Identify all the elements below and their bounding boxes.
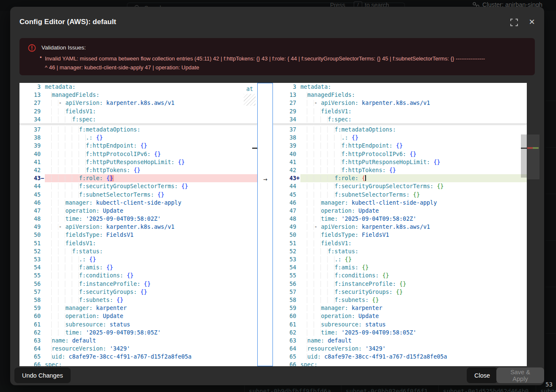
code-line: 44 f:securityGroupSelectorTerms: {}: [19, 182, 257, 190]
code-content: .: {}: [300, 255, 527, 263]
code-content: f:spec:: [300, 115, 527, 123]
code-content: subresource: status: [300, 321, 527, 329]
code-content: f:httpTokens: {}: [300, 166, 527, 174]
line-number: 63: [273, 337, 300, 345]
line-number: 62: [273, 329, 300, 337]
code-line: 61 subresource: status: [273, 321, 527, 329]
code-content: time: '2025-09-04T09:58:05Z': [45, 329, 257, 337]
code-content: f:amis: {}: [45, 263, 257, 271]
line-number: 29: [273, 107, 300, 115]
code-content: fieldsV1:: [300, 107, 527, 115]
code-line: 48 time: '2025-09-04T09:58:02Z': [19, 215, 257, 223]
line-number: 29: [19, 107, 45, 115]
expand-button[interactable]: [510, 19, 519, 27]
line-number: 50: [19, 231, 45, 239]
code-line: 65 uid: c8afe97e-38cc-4f91-a767-d15f2a8f…: [19, 353, 257, 361]
code-line: 29 fieldsV1:: [19, 107, 257, 115]
undo-changes-button[interactable]: Undo Changes: [14, 367, 71, 383]
code-content: f:httpProtocolIPv6: {}: [300, 150, 527, 158]
code-line: 58 f:subnets: {}: [273, 296, 527, 304]
close-icon[interactable]: ✕: [527, 17, 537, 27]
code-content: operation: Update: [45, 312, 257, 320]
line-number: 37: [273, 126, 300, 134]
code-line: 37 f:metadataOptions:: [273, 126, 527, 134]
code-content: f:httpPutResponseHopLimit: {}: [45, 158, 257, 166]
sticky-scroll-header: 3metadata:13 managedFields:27 - apiVersi…: [19, 83, 257, 124]
code-line: 57 f:securityGroups: {}: [273, 288, 527, 296]
code-content: manager: kubectl-client-side-apply: [45, 199, 257, 207]
line-number: 48: [273, 215, 300, 223]
code-line: 63 name: default: [19, 337, 257, 345]
code-line: 62 time: '2025-09-04T09:58:05Z': [273, 329, 527, 337]
line-number: 42: [273, 166, 300, 174]
line-number: 43+: [273, 174, 300, 182]
close-button[interactable]: Close: [467, 367, 498, 383]
line-number: 41: [19, 158, 45, 166]
code-line: 66spec:: [273, 361, 527, 366]
line-number: 56: [19, 280, 45, 288]
line-number: 66: [273, 361, 300, 366]
diff-overview-ruler[interactable]: [527, 83, 540, 366]
code-content: f:securityGroupSelectorTerms: {}: [300, 182, 527, 190]
line-number: 40: [273, 150, 300, 158]
code-content: f:status:: [45, 247, 257, 255]
overview-ruler-mark: [252, 148, 257, 149]
code-content: metadata:: [300, 83, 527, 91]
code-line: 60 operation: Update: [19, 312, 257, 320]
code-line: 34 f:spec:: [273, 115, 527, 123]
code-line: 43+ f:role: {: [273, 174, 527, 182]
line-number: 27: [19, 99, 45, 107]
diff-sash[interactable]: →: [257, 83, 273, 366]
line-number: 56: [273, 280, 300, 288]
code-line: 27 - apiVersion: karpenter.k8s.aws/v1: [19, 99, 257, 107]
code-line: 47 operation: Update: [19, 207, 257, 215]
code-line: 46 manager: kubectl-client-side-apply: [273, 199, 527, 207]
line-number: 3: [19, 83, 45, 91]
code-content: managedFields:: [300, 91, 527, 99]
save-apply-button: Save & Apply: [496, 367, 544, 383]
code-content: - apiVersion: karpenter.k8s.aws/v1: [45, 99, 257, 107]
line-number: 47: [19, 207, 45, 215]
line-number: 42: [19, 166, 45, 174]
code-line: 27 - apiVersion: karpenter.k8s.aws/v1: [273, 99, 527, 107]
code-line: 45 f:subnetSelectorTerms: {}: [273, 191, 527, 199]
overview-scroll-slider[interactable]: [527, 134, 539, 179]
line-number: 66: [19, 361, 45, 366]
line-number: 44: [273, 182, 300, 190]
code-content: f:metadataOptions:: [45, 126, 257, 134]
revert-change-arrow-icon[interactable]: →: [260, 175, 270, 183]
code-content: fieldsType: FieldsV1: [300, 231, 527, 239]
line-number: 64: [273, 345, 300, 353]
diff-modified-pane[interactable]: 3metadata:13 managedFields:27 - apiVersi…: [273, 83, 527, 366]
code-line: 56 f:instanceProfile: {}: [19, 280, 257, 288]
code-line: 54 f:amis: {}: [273, 263, 527, 271]
original-code-area[interactable]: 37 f:metadataOptions:38 .: {}39 f:httpEn…: [19, 124, 257, 366]
line-number: 37: [19, 126, 45, 134]
line-number: 58: [273, 296, 300, 304]
vertical-scrollbar-slider[interactable]: [521, 134, 527, 178]
code-content: f:subnetSelectorTerms: {}: [300, 191, 527, 199]
code-line: 13 managedFields:: [19, 91, 257, 99]
code-content: time: '2025-09-04T09:58:05Z': [300, 329, 527, 337]
code-content: name: default: [300, 337, 527, 345]
hidden-region-hatch: [244, 94, 256, 106]
code-line: 57 f:securityGroups: {}: [19, 288, 257, 296]
code-line: 60 operation: Update: [273, 312, 527, 320]
code-line: 42 f:httpTokens: {}: [19, 166, 257, 174]
code-content: fieldsV1:: [45, 239, 257, 247]
code-content: - apiVersion: karpenter.k8s.aws/v1: [45, 223, 257, 231]
fullscreen-icon: [510, 19, 518, 26]
code-line: 47 operation: Update: [273, 207, 527, 215]
line-number: 59: [273, 304, 300, 312]
code-line: 65 uid: c8afe97e-38cc-4f91-a767-d15f2a8f…: [273, 353, 527, 361]
code-content: f:subnets: {}: [300, 296, 527, 304]
code-line: 29 fieldsV1:: [273, 107, 527, 115]
diff-original-pane[interactable]: 3metadata:13 managedFields:27 - apiVersi…: [19, 83, 257, 366]
line-number: 41: [273, 158, 300, 166]
code-line: 40 f:httpProtocolIPv6: {}: [273, 150, 527, 158]
code-content: .: {}: [300, 134, 527, 142]
code-content: uid: c8afe97e-38cc-4f91-a767-d15f2a8fe05…: [300, 353, 527, 361]
modified-code-area[interactable]: 37 f:metadataOptions:38 .: {}39 f:httpEn…: [273, 124, 527, 366]
code-content: f:securityGroups: {}: [45, 288, 257, 296]
code-content: f:conditions: {}: [300, 271, 527, 280]
